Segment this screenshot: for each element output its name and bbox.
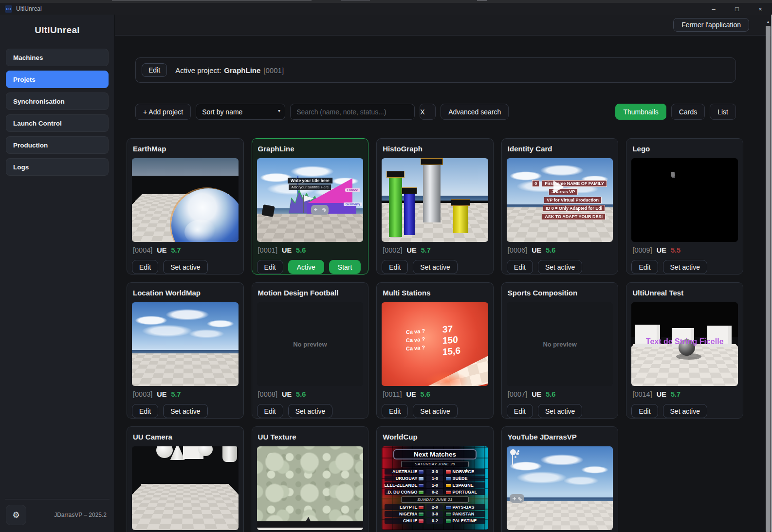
project-actions: EditSet active: [382, 260, 488, 274]
identity-banner-text: ID 0 = Only Adapted for Edi: [543, 205, 605, 212]
project-card-uu-camera: UU Camera: [127, 426, 244, 532]
sidebar-item-logs[interactable]: Logs: [6, 158, 109, 176]
project-card-title: UltiUnreal Test: [632, 288, 738, 298]
sidebar-item-launch-control[interactable]: Launch Control: [6, 114, 109, 132]
engine-version: 5.6: [296, 246, 306, 254]
project-id: [0014]: [632, 390, 652, 398]
floor-graphic: [257, 214, 364, 242]
home-team: URUGUAY: [385, 476, 425, 481]
set-active-button[interactable]: Set active: [288, 404, 332, 418]
active-button[interactable]: Active: [288, 260, 324, 274]
titlebar: UU UltiUnreal – □ ×: [0, 3, 772, 15]
edit-button[interactable]: Edit: [382, 404, 408, 418]
project-actions: EditSet active: [257, 404, 364, 418]
sidebar-item-machines[interactable]: Machines: [6, 49, 109, 66]
set-active-button[interactable]: Set active: [413, 404, 457, 418]
match-row: NIGERIA3-0PAKISTAN: [385, 511, 486, 517]
scroll-up-icon[interactable]: ▲: [766, 18, 771, 25]
flag-icon: [446, 484, 451, 487]
identity-banner-text: ASK TO ADAPT YOUR DESI: [542, 213, 606, 220]
scrollbar[interactable]: ▲: [766, 18, 771, 532]
project-card-title: Motion Design Football: [258, 288, 364, 298]
flag-icon: [419, 519, 423, 523]
bar-silver-graphic: [423, 164, 441, 222]
identity-banner-row: VP for Virtual Production: [544, 197, 613, 203]
identity-banners: 0Firstname NAME OF FAMILYJDarras VPVP fo…: [532, 180, 613, 221]
edit-button[interactable]: Edit: [257, 404, 283, 418]
advanced-search-button[interactable]: Advanced search: [441, 104, 509, 120]
sidebar-nav: MachinesProjetsSynchronisationLaunch Con…: [0, 49, 114, 176]
engine-version: 5.7: [171, 390, 181, 398]
engine-version: 5.5: [671, 246, 680, 254]
minimize-icon[interactable]: –: [710, 6, 717, 12]
sidebar-item-synchronisation[interactable]: Synchronisation: [6, 92, 109, 110]
set-active-button[interactable]: Set active: [163, 404, 207, 418]
start-button[interactable]: Start: [329, 260, 361, 274]
project-card-title: HistoGraph: [383, 144, 488, 154]
active-project-name: GraphLine: [224, 66, 260, 74]
away-team: NORVÉGE: [444, 469, 485, 475]
engine-label: UE: [407, 246, 417, 254]
match-score: 0-2: [426, 518, 443, 524]
match-score: 0-2: [426, 489, 443, 495]
set-active-button[interactable]: Set active: [538, 404, 582, 418]
view-thumbnails-button[interactable]: Thumbnails: [615, 104, 666, 120]
project-id: [0007]: [508, 390, 527, 398]
floor-graphic: [507, 501, 613, 530]
project-card-title: UU Texture: [258, 432, 364, 442]
maximize-icon[interactable]: □: [733, 6, 741, 12]
edit-button[interactable]: Edit: [132, 260, 158, 274]
away-team: PAYS-BAS: [444, 504, 485, 510]
project-card-graphline: GraphLineWrite your title hereAlso your …: [252, 138, 369, 275]
edit-button[interactable]: Edit: [382, 260, 408, 274]
identity-banner-row: 0Firstname NAME OF FAMILY: [532, 180, 613, 187]
edit-button[interactable]: Edit: [257, 260, 283, 274]
flag-icon: [419, 513, 423, 516]
clear-search-button[interactable]: X: [420, 104, 436, 120]
series-label-bottom: Germany: [344, 202, 362, 206]
view-cards-button[interactable]: Cards: [671, 104, 705, 120]
sort-select[interactable]: Sort by name: [196, 104, 285, 120]
edit-button[interactable]: Edit: [507, 260, 533, 274]
project-meta: [0003]UE5.7: [132, 390, 239, 400]
scoreboard-rows: EGYPTE2-0PAYS-BASNIGERIA3-0PAKISTANCHILI…: [385, 504, 486, 524]
floor-tiles-graphic: [257, 214, 364, 242]
lego-piece-graphic: [671, 172, 675, 177]
close-application-button[interactable]: Fermer l'application: [673, 18, 749, 32]
identity-banner-text: VP for Virtual Production: [544, 197, 602, 203]
close-icon[interactable]: ×: [756, 6, 764, 12]
edit-button[interactable]: Edit: [507, 404, 533, 418]
scene-title-box: Write your title hereAlso your Subtitle …: [288, 178, 332, 190]
project-card-location-worldmap: Location WorldMap[0003]UE5.7EditSet acti…: [127, 282, 244, 419]
project-card-title: Lego: [632, 144, 738, 154]
add-project-button[interactable]: + Add project: [135, 104, 191, 120]
edit-button[interactable]: Edit: [132, 404, 158, 418]
set-active-button[interactable]: Set active: [163, 260, 207, 274]
scrollbar-thumb[interactable]: [766, 26, 771, 532]
project-meta: [0001]UE5.6: [257, 246, 364, 256]
settings-button[interactable]: ⚙: [6, 505, 26, 525]
bar-blue-graphic: [404, 193, 415, 235]
search-input[interactable]: [290, 104, 415, 120]
view-list-button[interactable]: List: [710, 104, 736, 120]
sidebar-item-projets[interactable]: Projets: [6, 71, 109, 88]
sidebar-item-production[interactable]: Production: [6, 136, 109, 154]
identity-index-chip: 0: [532, 180, 539, 187]
project-card-earthmap: EarthMap[0004]UE5.7EditSet active: [127, 138, 244, 275]
edit-button[interactable]: Edit: [631, 404, 658, 418]
edit-button[interactable]: Edit: [631, 260, 658, 274]
floor-tiles-graphic: [132, 353, 239, 386]
project-card-title: Multi Stations: [383, 288, 488, 298]
set-active-button[interactable]: Set active: [538, 260, 582, 274]
edit-active-project-button[interactable]: Edit: [142, 63, 167, 77]
project-card-title: UU Camera: [133, 432, 239, 442]
project-id: [0009]: [632, 246, 652, 254]
set-active-button[interactable]: Set active: [663, 260, 707, 274]
project-meta: [0006]UE5.6: [507, 246, 613, 256]
project-thumbnail: 0Firstname NAME OF FAMILYJDarras VPVP fo…: [507, 158, 613, 242]
set-active-button[interactable]: Set active: [413, 260, 457, 274]
value-line: 37: [442, 322, 460, 335]
match-row: URUGUAY1-0SUÈDE: [385, 476, 486, 481]
set-active-button[interactable]: Set active: [663, 404, 707, 418]
app-version-label: JDarrasVP – 2025.2: [54, 512, 107, 518]
